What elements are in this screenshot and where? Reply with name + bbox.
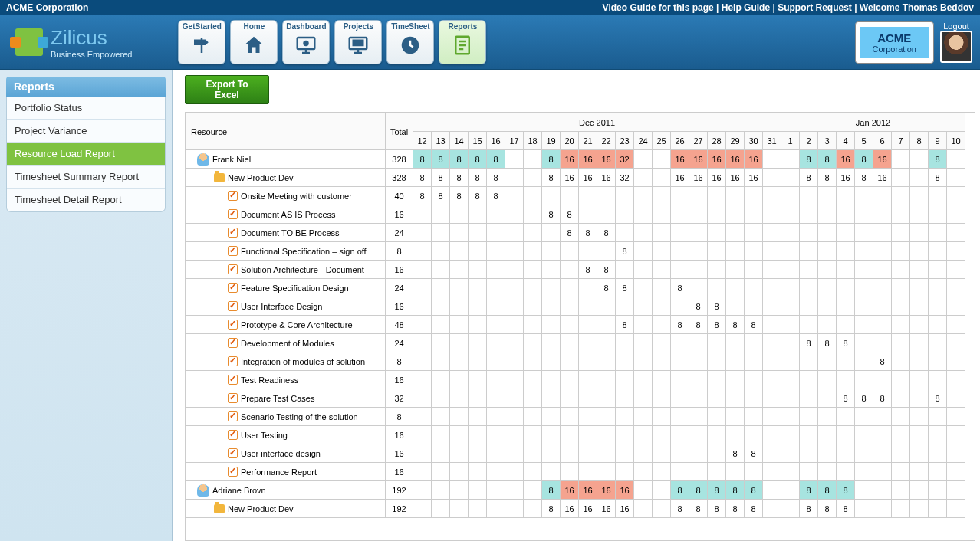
day-cell: 8 [432, 169, 450, 187]
day-cell [487, 205, 505, 224]
nav-getstarted[interactable]: GetStarted [178, 20, 225, 64]
export-excel-button[interactable]: Export To Excel [185, 75, 269, 104]
resource-name[interactable]: Functional Specification – sign off [191, 246, 385, 256]
sidebar-item-project-variance[interactable]: Project Variance [7, 120, 165, 143]
day-cell [726, 224, 745, 242]
grid-row: Document TO BE Process24888 [186, 224, 965, 242]
resource-name[interactable]: User Testing [191, 430, 385, 440]
day-cell [910, 389, 929, 408]
day-cell: 8 [542, 481, 561, 500]
day-cell [837, 444, 855, 463]
resource-load-grid[interactable]: ResourceTotalDec 2011Jan 201212131415161… [185, 112, 975, 541]
resource-name[interactable]: Scenario Testing of the solution [191, 411, 385, 421]
day-cell [542, 463, 561, 481]
resource-name[interactable]: Development of Modules [191, 338, 385, 348]
sidebar-item-timesheet-summary-report[interactable]: Timesheet Summary Report [7, 166, 165, 189]
day-cell [469, 389, 487, 408]
day-cell [947, 242, 965, 261]
day-cell [929, 205, 947, 224]
day-cell [726, 242, 745, 261]
task-icon [228, 375, 238, 385]
resource-name[interactable]: Document AS IS Process [191, 209, 385, 219]
total-cell: 16 [386, 444, 413, 463]
logo[interactable]: Zilicus Business Empowered [0, 26, 147, 59]
day-cell [634, 481, 653, 500]
video-guide-link[interactable]: Video Guide for this page [603, 2, 714, 13]
resource-name[interactable]: Integration of modules of solution [191, 356, 385, 366]
grid-row: Feature Specification Design24888 [186, 279, 965, 297]
day-cell: 16 [597, 500, 616, 518]
resource-name[interactable]: Performance Report [191, 467, 385, 477]
day-cell [892, 316, 910, 334]
day-cell [616, 224, 634, 242]
resource-name[interactable]: Frank Niel [191, 153, 385, 166]
day-cell: 8 [818, 500, 837, 518]
welcome-user: Welcome Thomas Beddov [860, 2, 974, 13]
nav-projects[interactable]: Projects [334, 20, 382, 64]
sidebar-item-portfolio-status[interactable]: Portfolio Status [7, 97, 165, 120]
day-cell: 8 [818, 481, 837, 500]
day-cell [524, 279, 542, 297]
day-cell [726, 279, 745, 297]
day-cell [413, 463, 432, 481]
resource-name[interactable]: Onsite Meeting with customer [191, 191, 385, 201]
nav-home[interactable]: Home [230, 20, 278, 64]
day-cell [873, 261, 892, 279]
day-cell: 16 [561, 481, 579, 500]
day-cell [653, 224, 671, 242]
day-cell [634, 242, 653, 261]
nav-timesheet[interactable]: TimeSheet [386, 20, 434, 64]
day-cell [910, 371, 929, 389]
resource-name[interactable]: Feature Specification Design [191, 283, 385, 293]
day-cell: 8 [413, 150, 432, 169]
day-cell [524, 297, 542, 316]
resource-name[interactable]: Prepare Test Cases [191, 393, 385, 403]
resource-name[interactable]: User interface design [191, 448, 385, 458]
day-cell [561, 389, 579, 408]
day-cell [910, 334, 929, 352]
day-cell [873, 371, 892, 389]
nav-dashboard[interactable]: Dashboard [282, 20, 330, 64]
day-cell [432, 463, 450, 481]
nav-label: TimeSheet [391, 22, 429, 31]
day-cell [653, 205, 671, 224]
logout-link[interactable]: Logout [943, 21, 969, 31]
day-cell [432, 500, 450, 518]
resource-name[interactable]: Prototype & Core Architecture [191, 320, 385, 330]
resource-name[interactable]: New Product Dev [191, 173, 385, 182]
resource-name[interactable]: Test Readiness [191, 375, 385, 385]
svg-marker-1 [194, 40, 209, 46]
resource-name[interactable]: New Product Dev [191, 504, 385, 513]
day-cell: 16 [837, 169, 855, 187]
avatar[interactable] [940, 31, 972, 63]
day-cell [597, 408, 616, 426]
nav-reports[interactable]: Reports [439, 20, 486, 64]
sidebar-item-resource-load-report[interactable]: Resource Load Report [7, 143, 165, 166]
sidebar-item-timesheet-detail-report[interactable]: Timesheet Detail Report [7, 189, 165, 211]
day-cell [781, 316, 800, 334]
day-cell: 8 [745, 316, 763, 334]
grid-row: Functional Specification – sign off88 [186, 242, 965, 261]
day-cell [708, 426, 726, 444]
day-cell: 8 [542, 169, 561, 187]
task-icon [228, 246, 238, 256]
day-cell: 8 [837, 500, 855, 518]
day-cell [653, 352, 671, 371]
task-icon [228, 411, 238, 421]
day-cell: 8 [800, 150, 818, 169]
day-cell: 16 [616, 500, 634, 518]
day-cell [726, 297, 745, 316]
resource-name[interactable]: Document TO BE Process [191, 228, 385, 238]
day-cell: 16 [726, 169, 745, 187]
resource-name[interactable]: Solution Architecture - Document [191, 264, 385, 274]
monitor-icon [293, 32, 319, 58]
resource-name[interactable]: Adriane Brovn [191, 484, 385, 497]
day-cell [910, 316, 929, 334]
help-guide-link[interactable]: Help Guide [722, 2, 770, 13]
support-request-link[interactable]: Support Request [778, 2, 852, 13]
day-cell [800, 389, 818, 408]
day-cell [487, 426, 505, 444]
resource-name[interactable]: User Interface Design [191, 301, 385, 311]
day-cell [616, 297, 634, 316]
grid-row: Solution Architecture - Document1688 [186, 261, 965, 279]
